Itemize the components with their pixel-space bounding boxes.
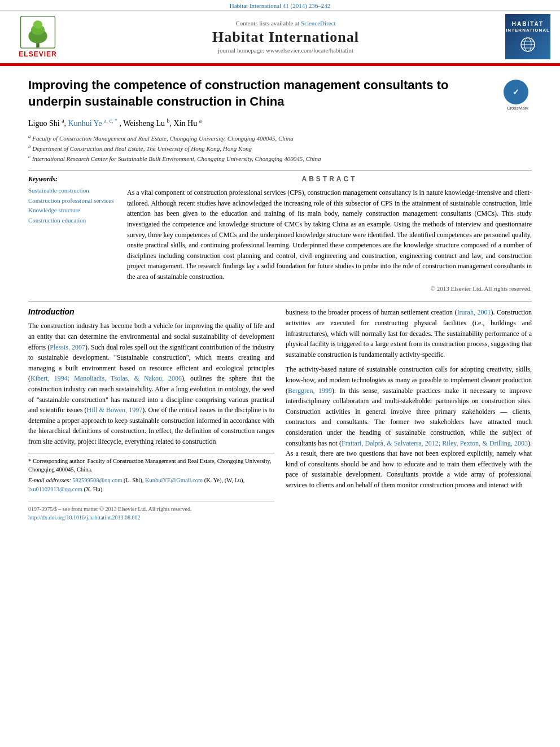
contents-label: Contents lists available at <box>235 20 299 27</box>
footnote-corresponding: * Corresponding author. Faculty of Const… <box>28 457 274 475</box>
abstract-section: Keywords: Sustainable construction Const… <box>28 175 532 292</box>
elsevier-logo-area: ELSEVIER <box>7 15 69 58</box>
footnotes: * Corresponding author. Faculty of Const… <box>28 453 274 494</box>
keywords-column: Keywords: Sustainable construction Const… <box>28 175 116 292</box>
authors-line: Liguo Shi a, Kunhui Ye a, c, * , Weishen… <box>28 117 532 128</box>
affiliations: a Faculty of Construction Management and… <box>28 133 532 163</box>
title-section: Improving the competence of construction… <box>28 77 532 111</box>
email-shi[interactable]: 582599508@qq.com <box>72 477 122 483</box>
affiliation-c: c International Research Center for Sust… <box>28 153 532 163</box>
journal-info-bar: Habitat International 41 (2014) 236–242 <box>0 0 560 11</box>
svg-point-3 <box>33 20 43 29</box>
keywords-list: Sustainable construction Construction pr… <box>28 186 116 225</box>
footer-doi: http://dx.doi.org/10.1016/j.habitatint.2… <box>28 513 274 522</box>
ref-irurah[interactable]: Irurah, 2001 <box>457 308 491 316</box>
title-text-area: Improving the competence of construction… <box>28 77 498 110</box>
habitat-intl: INTERNATIONAL <box>506 28 550 33</box>
keyword-1: Sustainable construction <box>28 186 116 196</box>
author-liguo: Liguo Shi a, <box>28 119 68 128</box>
habitat-badge: HABITAT INTERNATIONAL <box>505 14 550 59</box>
article-content: Improving the competence of construction… <box>0 66 560 531</box>
crossmark-icon: ✓ <box>504 80 528 104</box>
journal-citation: Habitat International 41 (2014) 236–242 <box>230 2 330 9</box>
habitat-globe-icon <box>519 36 536 53</box>
ref-plessis[interactable]: Plessis, 2007 <box>50 343 85 351</box>
affiliation-a: a Faculty of Construction Management and… <box>28 133 532 143</box>
header-main-row: ELSEVIER Contents lists available at Sci… <box>0 11 560 63</box>
doi-link[interactable]: http://dx.doi.org/10.1016/j.habitatint.2… <box>28 514 140 521</box>
ref-hill[interactable]: Hill & Bowen, 1997 <box>87 406 143 414</box>
body-left-column: Introduction The construction industry h… <box>28 307 274 521</box>
intro-para-1: The construction industry has become bot… <box>28 321 274 447</box>
homepage-label: journal homepage: www.elsevier.com/locat… <box>218 47 353 54</box>
habitat-logo-area: HABITAT INTERNATIONAL <box>502 14 553 59</box>
ref-kibert[interactable]: Kibert, 1994; Manoliadis, Tsolas, & Nako… <box>30 374 182 382</box>
email-ye[interactable]: KunhuiYE@Gmail.com <box>145 477 203 483</box>
journal-title: Habitat International <box>69 29 502 46</box>
keyword-3: Knowledge structure <box>28 206 116 216</box>
footer-bar: 0197-3975/$ – see front matter © 2013 El… <box>28 501 274 522</box>
contents-available: Contents lists available at ScienceDirec… <box>69 20 502 27</box>
elsevier-tree-icon <box>18 15 58 49</box>
affiliation-b: b Department of Construction and Real Es… <box>28 143 532 153</box>
article-title: Improving the competence of construction… <box>28 77 498 110</box>
footnote-emails: E-mail addresses: 582599508@qq.com (L. S… <box>28 476 274 494</box>
right-para-1: business to the broader process of human… <box>286 307 532 360</box>
author-weisheng: Weisheng Lu b, Xin Hu a <box>123 119 202 128</box>
footer-issn: 0197-3975/$ – see front matter © 2013 El… <box>28 505 274 513</box>
divider-1 <box>28 170 532 171</box>
divider-2 <box>28 301 532 302</box>
copyright: © 2013 Elsevier Ltd. All rights reserved… <box>127 285 532 292</box>
email-hu[interactable]: lxu01102013@qq.com <box>28 486 82 492</box>
keyword-4: Construction education <box>28 216 116 226</box>
body-section: Introduction The construction industry h… <box>28 307 532 521</box>
crossmark-area: ✓ CrossMark <box>504 80 532 111</box>
journal-header: Habitat International 41 (2014) 236–242 … <box>0 0 560 64</box>
elsevier-logo: ELSEVIER <box>18 15 58 58</box>
abstract-label: ABSTRACT <box>127 175 532 183</box>
journal-title-area: Contents lists available at ScienceDirec… <box>69 20 502 54</box>
abstract-text: As a vital component of construction pro… <box>127 187 532 282</box>
keyword-2: Construction professional services <box>28 196 116 206</box>
crossmark-label: CrossMark <box>504 106 532 111</box>
keywords-heading: Keywords: <box>28 175 116 184</box>
habitat-title: HABITAT <box>512 20 544 28</box>
elsevier-text: ELSEVIER <box>19 50 56 58</box>
abstract-column: ABSTRACT As a vital component of constru… <box>127 175 532 292</box>
introduction-heading: Introduction <box>28 307 274 316</box>
body-right-column: business to the broader process of human… <box>286 307 532 521</box>
sciencedirect-link[interactable]: ScienceDirect <box>301 20 336 27</box>
ref-berggren[interactable]: Berggren, 1999 <box>288 387 332 395</box>
right-para-2: The activity-based nature of sustainable… <box>286 364 532 490</box>
email-lu-note: (W, Lu), <box>225 477 244 483</box>
author-kunhui: Kunhui Ye a, c, * <box>68 119 117 128</box>
journal-homepage: journal homepage: www.elsevier.com/locat… <box>69 47 502 54</box>
ref-frattari[interactable]: Frattari, Dalprà, & Salvaterra, 2012; Ri… <box>342 439 528 447</box>
